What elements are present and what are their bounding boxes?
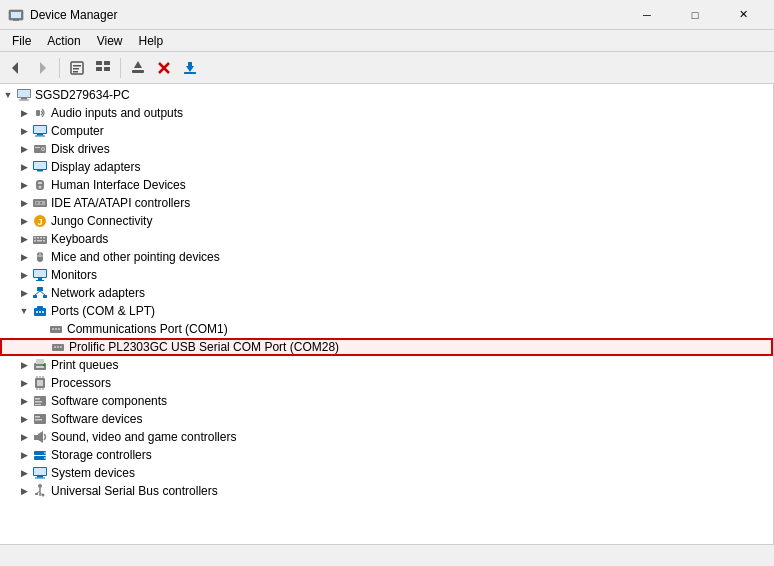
- sound-expander[interactable]: ▶: [16, 428, 32, 446]
- tree-item-ide[interactable]: ▶ IDE ATA/ATAPI controllers: [0, 194, 773, 212]
- tree-item-keyboard[interactable]: ▶ Keyboards: [0, 230, 773, 248]
- back-button[interactable]: [4, 56, 28, 80]
- svg-rect-49: [43, 237, 45, 239]
- ide-icon: [32, 195, 48, 211]
- window-controls: ─ □ ✕: [624, 0, 766, 30]
- mice-expander[interactable]: ▶: [16, 248, 32, 266]
- svg-rect-111: [35, 493, 38, 495]
- computer-icon: [16, 87, 32, 103]
- jungo-expander[interactable]: ▶: [16, 212, 32, 230]
- printq-icon: [32, 357, 48, 373]
- tree-item-swdev[interactable]: ▶ Software devices: [0, 410, 773, 428]
- tree-root[interactable]: ▼ SGSD279634-PC: [0, 86, 773, 104]
- svg-marker-3: [12, 62, 18, 74]
- properties-button[interactable]: [65, 56, 89, 80]
- tree-item-com1[interactable]: ▶ Communications Port (COM1): [0, 320, 773, 338]
- tree-item-mice[interactable]: ▶ Mice and other pointing devices: [0, 248, 773, 266]
- printq-label: Print queues: [51, 358, 118, 372]
- printq-expander[interactable]: ▶: [16, 356, 32, 374]
- close-button[interactable]: ✕: [720, 0, 766, 30]
- storage-expander[interactable]: ▶: [16, 446, 32, 464]
- audio-icon: [32, 105, 48, 121]
- svg-rect-24: [36, 110, 40, 116]
- swdev-label: Software devices: [51, 412, 142, 426]
- hid-expander[interactable]: ▶: [16, 176, 32, 194]
- ports-expander[interactable]: ▼: [16, 302, 32, 320]
- tree-item-disk[interactable]: ▶ Disk drives: [0, 140, 773, 158]
- tree-item-hid[interactable]: ▶ Human Interface Devices: [0, 176, 773, 194]
- tree-item-audio[interactable]: ▶ Audio inputs and outputs: [0, 104, 773, 122]
- title-bar: Device Manager ─ □ ✕: [0, 0, 774, 30]
- swdev-expander[interactable]: ▶: [16, 410, 32, 428]
- svg-rect-48: [40, 237, 42, 239]
- tree-item-jungo[interactable]: ▶ J Jungo Connectivity: [0, 212, 773, 230]
- com1-icon: [48, 321, 64, 337]
- forward-button[interactable]: [30, 56, 54, 80]
- network-expander[interactable]: ▶: [16, 284, 32, 302]
- audio-expander[interactable]: ▶: [16, 104, 32, 122]
- monitors-label: Monitors: [51, 268, 97, 282]
- system-expander[interactable]: ▶: [16, 464, 32, 482]
- svg-line-64: [40, 291, 45, 295]
- tree-item-prolific[interactable]: ▶ Prolific PL2303GC USB Serial COM Port …: [0, 338, 773, 356]
- svg-point-67: [39, 311, 41, 313]
- network-label: Network adapters: [51, 286, 145, 300]
- maximize-button[interactable]: □: [672, 0, 718, 30]
- keyboard-expander[interactable]: ▶: [16, 230, 32, 248]
- tree-item-network[interactable]: ▶ Network adapters: [0, 284, 773, 302]
- svg-rect-8: [73, 71, 78, 73]
- tree-item-ports[interactable]: ▼ Ports (COM & LPT): [0, 302, 773, 320]
- system-icon: [32, 465, 48, 481]
- svg-point-112: [42, 494, 45, 497]
- tree-item-processors[interactable]: ▶ Processors: [0, 374, 773, 392]
- svg-point-71: [52, 328, 54, 330]
- svg-rect-23: [19, 100, 29, 101]
- menu-help[interactable]: Help: [131, 30, 172, 51]
- display-expander[interactable]: ▶: [16, 158, 32, 176]
- ide-expander[interactable]: ▶: [16, 194, 32, 212]
- svg-rect-57: [34, 270, 46, 277]
- usb-expander[interactable]: ▶: [16, 482, 32, 500]
- tree-item-display[interactable]: ▶ Display adapters: [0, 158, 773, 176]
- svg-rect-60: [37, 287, 43, 291]
- svg-rect-46: [34, 237, 36, 239]
- root-expander[interactable]: ▼: [0, 86, 16, 104]
- tree-panel[interactable]: ▼ SGSD279634-PC ▶: [0, 84, 774, 544]
- minimize-button[interactable]: ─: [624, 0, 670, 30]
- monitors-icon: [32, 267, 48, 283]
- tree-item-system[interactable]: ▶ System devices: [0, 464, 773, 482]
- tree-item-usb[interactable]: ▶ Universal Serial Bus controllers: [0, 482, 773, 500]
- svg-rect-34: [34, 162, 46, 169]
- svg-rect-19: [188, 62, 192, 67]
- refresh-button[interactable]: [91, 56, 115, 80]
- update-driver-button[interactable]: [126, 56, 150, 80]
- tree-item-computer[interactable]: ▶ Computer: [0, 122, 773, 140]
- svg-point-107: [38, 484, 42, 488]
- processors-expander[interactable]: ▶: [16, 374, 32, 392]
- uninstall-button[interactable]: [152, 56, 176, 80]
- svg-rect-61: [33, 295, 37, 298]
- computer-expander[interactable]: ▶: [16, 122, 32, 140]
- swdev-icon: [32, 411, 48, 427]
- svg-rect-62: [43, 295, 47, 298]
- main-content: ▼ SGSD279634-PC ▶: [0, 84, 774, 544]
- menu-view[interactable]: View: [89, 30, 131, 51]
- scan-hardware-button[interactable]: [178, 56, 202, 80]
- menu-file[interactable]: File: [4, 30, 39, 51]
- svg-rect-2: [13, 20, 19, 21]
- processors-icon: [32, 375, 48, 391]
- swcomp-expander[interactable]: ▶: [16, 392, 32, 410]
- disk-expander[interactable]: ▶: [16, 140, 32, 158]
- tree-item-storage[interactable]: ▶ Storage controllers: [0, 446, 773, 464]
- menu-action[interactable]: Action: [39, 30, 88, 51]
- tree-item-swcomp[interactable]: ▶ Software components: [0, 392, 773, 410]
- svg-rect-35: [37, 170, 43, 172]
- svg-rect-7: [73, 68, 79, 70]
- svg-rect-42: [40, 202, 42, 204]
- display-label: Display adapters: [51, 160, 140, 174]
- tree-item-sound[interactable]: ▶ Sound, video and game controllers: [0, 428, 773, 446]
- monitors-expander[interactable]: ▶: [16, 266, 32, 284]
- ports-icon: [32, 303, 48, 319]
- tree-item-monitors[interactable]: ▶ Monitors: [0, 266, 773, 284]
- tree-item-printq[interactable]: ▶ Print queues: [0, 356, 773, 374]
